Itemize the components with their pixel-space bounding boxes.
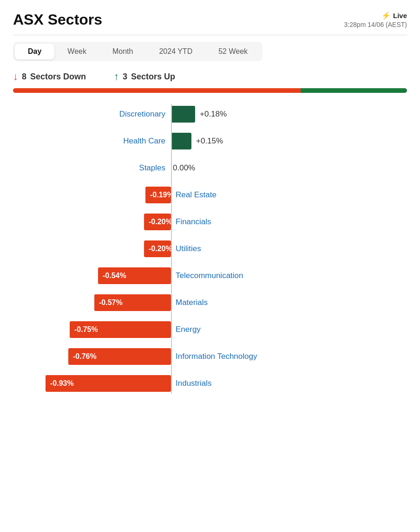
bar-negative: -0.75% [70,321,171,338]
neg-bar-wrap: -0.76% [13,348,171,365]
zero-axis-line [171,104,172,394]
sector-label-area: Energy [176,325,201,334]
tab-bar: Day Week Month 2024 YTD 52 Week [13,42,262,61]
bar-negative: -0.54% [98,267,171,284]
live-row: ⚡ Live [381,11,407,20]
bar-negative: -0.20% [144,240,171,257]
neg-bar-wrap: -0.54% [13,267,171,284]
bar-negative: -0.19% [145,187,171,203]
tab-day[interactable]: Day [15,44,54,59]
pct-label: +0.15% [196,136,223,146]
chart-row: -0.76% Information Technology [13,346,407,367]
chart-row: -0.20% Utilities [13,239,407,259]
tab-week[interactable]: Week [54,44,99,59]
neg-bar-wrap: -0.20% [13,214,171,230]
progress-bar [13,88,407,93]
down-label: Sectors Down [30,72,86,82]
sector-label-area: Industrials [176,379,211,388]
chart-row: -0.20% Financials [13,212,407,232]
pct-label-inside: -0.20% [149,245,172,253]
neg-bar-wrap: -0.20% [13,240,171,257]
down-arrow-icon: ↓ [13,71,18,83]
bar-positive [171,106,195,123]
sector-label-area: Information Technology [176,352,257,361]
sector-label: Real Estate [176,190,217,200]
up-arrow-icon: ↑ [114,71,119,83]
neg-bar-wrap: -0.75% [13,321,171,338]
sector-label-area: Real Estate [176,190,217,200]
up-count: 3 [123,72,127,82]
live-label: Live [393,12,407,19]
pct-label-inside: -0.93% [50,379,74,388]
datetime: 3:28pm 14/06 (AEST) [344,21,407,28]
pct-label: +0.18% [200,110,227,119]
chart-row: -0.54% Telecommunication [13,266,407,286]
chart-row: -0.57% Materials [13,292,407,313]
tab-2024ytd[interactable]: 2024 YTD [146,44,205,59]
bar-negative: -0.57% [94,294,171,311]
page-title: ASX Sectors [13,11,102,28]
neg-bar-wrap: -0.57% [13,294,171,311]
tab-52week[interactable]: 52 Week [205,44,261,59]
page-header: ASX Sectors ⚡ Live 3:28pm 14/06 (AEST) [13,11,407,28]
sectors-down: ↓ 8 Sectors Down [13,71,86,83]
bar-negative: -0.93% [46,375,171,392]
sector-label: Financials [176,217,211,227]
live-badge: ⚡ Live 3:28pm 14/06 (AEST) [344,11,407,28]
down-count: 8 [22,72,26,82]
progress-green [301,88,407,93]
pct-label-inside: -0.54% [103,272,126,280]
sector-label: Utilities [176,244,201,253]
sector-label-area: Financials [176,217,211,227]
pct-label-inside: -0.20% [149,218,172,226]
neg-bar-wrap: -0.93% [13,375,171,392]
chart-row: -0.19% Real Estate [13,185,407,205]
sector-label: Materials [176,298,208,307]
pct-label: 0.00% [173,163,195,173]
up-label: Sectors Up [131,72,175,82]
bar-area: +0.18% [171,106,227,123]
sector-label: Health Care [13,136,171,146]
sector-label-area: Utilities [176,244,201,253]
sector-label: Energy [176,325,201,334]
sectors-up: ↑ 3 Sectors Up [114,71,175,83]
pct-label-inside: -0.19% [150,191,174,199]
bar-negative: -0.20% [144,214,171,230]
bar-positive [171,133,191,149]
pct-label-inside: -0.75% [74,325,98,334]
bar-area: 0.00% [171,163,195,173]
chart-row: Health Care +0.15% [13,131,407,151]
chart-row: Discretionary +0.18% [13,104,407,124]
progress-red [13,88,301,93]
summary-row: ↓ 8 Sectors Down ↑ 3 Sectors Up [13,71,407,83]
header-divider [13,35,407,35]
sector-label: Discretionary [13,110,171,119]
bar-negative: -0.76% [68,348,171,365]
chart-row: Staples 0.00% [13,158,407,178]
sector-label: Industrials [176,379,211,388]
sector-label: Information Technology [176,352,257,361]
pct-label-inside: -0.76% [73,352,97,361]
sector-label-area: Materials [176,298,208,307]
chart-row: -0.93% Industrials [13,373,407,394]
sector-label-area: Telecommunication [176,271,243,280]
bolt-icon: ⚡ [381,11,391,20]
chart-container: Discretionary +0.18% Health Care +0.15% … [13,104,407,394]
tab-month[interactable]: Month [99,44,146,59]
chart-row: -0.75% Energy [13,319,407,340]
pct-label-inside: -0.57% [99,298,123,307]
bar-area: +0.15% [171,133,223,149]
neg-bar-wrap: -0.19% [13,187,171,203]
sector-label: Telecommunication [176,271,243,280]
sector-label: Staples [13,163,171,173]
